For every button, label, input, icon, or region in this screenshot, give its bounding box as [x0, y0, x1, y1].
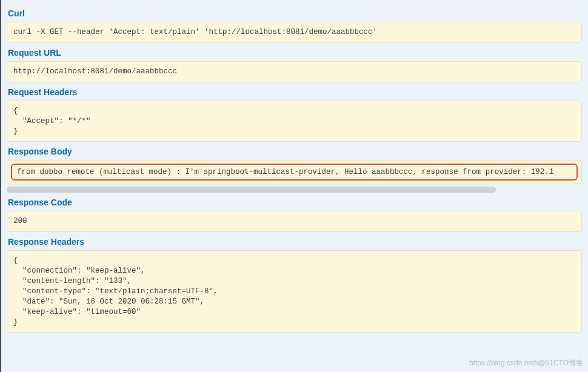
- request-url-title: Request URL: [8, 48, 581, 58]
- curl-title: Curl: [8, 8, 581, 18]
- response-code-title: Response Code: [8, 198, 581, 207]
- response-body-block[interactable]: from dubbo remote (multicast mode) : I'm…: [7, 160, 582, 184]
- request-headers-title: Request Headers: [8, 87, 581, 97]
- request-headers-content[interactable]: { "Accept": "*/*" }: [7, 101, 582, 142]
- request-url-content[interactable]: http://localhost:8081/demo/aaabbbccc: [7, 61, 582, 82]
- response-body-title: Response Body: [8, 147, 581, 156]
- response-headers-title: Response Headers: [8, 237, 581, 247]
- response-code-content[interactable]: 200: [7, 211, 582, 232]
- watermark: https://blog.csdn.net/i@51CTO博客: [469, 358, 583, 368]
- scrollbar-thumb[interactable]: [7, 187, 496, 193]
- response-headers-content[interactable]: { "connection": "keep-alive", "content-l…: [7, 250, 582, 333]
- response-body-content: from dubbo remote (multicast mode) : I'm…: [11, 164, 578, 181]
- swagger-response-panel: Curl curl -X GET --header 'Accept: text/…: [0, 0, 588, 372]
- horizontal-scrollbar[interactable]: [7, 187, 582, 193]
- curl-content[interactable]: curl -X GET --header 'Accept: text/plain…: [7, 22, 582, 43]
